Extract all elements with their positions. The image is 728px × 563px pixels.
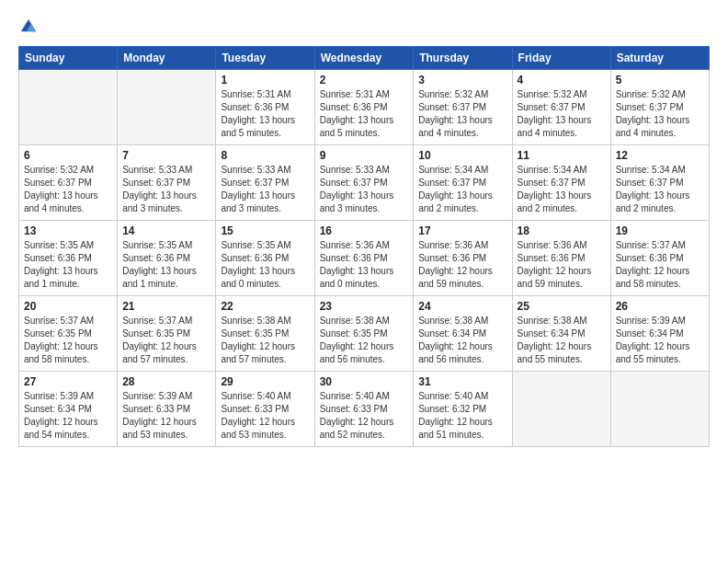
day-number: 26 [616, 300, 704, 313]
page: SundayMondayTuesdayWednesdayThursdayFrid… [0, 0, 728, 563]
weekday-header-friday: Friday [512, 47, 610, 70]
day-number: 24 [418, 300, 506, 313]
day-number: 14 [122, 224, 210, 237]
day-number: 10 [418, 149, 506, 162]
day-cell: 30Sunrise: 5:40 AM Sunset: 6:33 PM Dayli… [314, 372, 414, 447]
day-number: 17 [418, 224, 506, 237]
day-info: Sunrise: 5:38 AM Sunset: 6:34 PM Dayligh… [518, 315, 606, 366]
day-cell: 21Sunrise: 5:37 AM Sunset: 6:35 PM Dayli… [118, 296, 216, 372]
day-cell: 12Sunrise: 5:34 AM Sunset: 6:37 PM Dayli… [610, 145, 709, 221]
day-number: 11 [518, 149, 606, 162]
day-cell: 2Sunrise: 5:31 AM Sunset: 6:36 PM Daylig… [314, 70, 414, 145]
day-info: Sunrise: 5:38 AM Sunset: 6:35 PM Dayligh… [320, 315, 409, 366]
day-number: 12 [616, 149, 704, 162]
day-info: Sunrise: 5:35 AM Sunset: 6:36 PM Dayligh… [24, 239, 112, 291]
day-number: 25 [518, 300, 606, 313]
day-cell: 9Sunrise: 5:33 AM Sunset: 6:37 PM Daylig… [314, 145, 414, 221]
day-cell: 20Sunrise: 5:37 AM Sunset: 6:35 PM Dayli… [19, 296, 118, 372]
day-number: 1 [221, 74, 309, 86]
day-number: 9 [320, 149, 409, 162]
day-number: 18 [518, 224, 606, 237]
day-info: Sunrise: 5:40 AM Sunset: 6:33 PM Dayligh… [320, 390, 409, 442]
day-info: Sunrise: 5:32 AM Sunset: 6:37 PM Dayligh… [518, 88, 606, 140]
day-info: Sunrise: 5:39 AM Sunset: 6:33 PM Dayligh… [122, 390, 210, 442]
day-cell: 19Sunrise: 5:37 AM Sunset: 6:36 PM Dayli… [610, 221, 709, 296]
day-info: Sunrise: 5:36 AM Sunset: 6:36 PM Dayligh… [518, 239, 606, 291]
day-info: Sunrise: 5:36 AM Sunset: 6:36 PM Dayligh… [320, 239, 409, 291]
day-cell: 28Sunrise: 5:39 AM Sunset: 6:33 PM Dayli… [118, 372, 216, 447]
weekday-header-sunday: Sunday [19, 47, 118, 70]
calendar: SundayMondayTuesdayWednesdayThursdayFrid… [18, 46, 710, 447]
day-info: Sunrise: 5:40 AM Sunset: 6:33 PM Dayligh… [221, 390, 309, 442]
logo-icon [18, 17, 39, 37]
day-number: 30 [320, 375, 409, 388]
day-cell: 31Sunrise: 5:40 AM Sunset: 6:32 PM Dayli… [414, 372, 512, 447]
day-cell: 22Sunrise: 5:38 AM Sunset: 6:35 PM Dayli… [216, 296, 314, 372]
day-cell: 5Sunrise: 5:32 AM Sunset: 6:37 PM Daylig… [610, 70, 709, 145]
day-info: Sunrise: 5:38 AM Sunset: 6:35 PM Dayligh… [221, 315, 309, 366]
day-cell: 14Sunrise: 5:35 AM Sunset: 6:36 PM Dayli… [118, 221, 216, 296]
day-cell: 16Sunrise: 5:36 AM Sunset: 6:36 PM Dayli… [314, 221, 414, 296]
day-cell: 29Sunrise: 5:40 AM Sunset: 6:33 PM Dayli… [216, 372, 314, 447]
week-row-4: 20Sunrise: 5:37 AM Sunset: 6:35 PM Dayli… [19, 296, 710, 372]
day-cell: 6Sunrise: 5:32 AM Sunset: 6:37 PM Daylig… [19, 145, 118, 221]
day-cell: 1Sunrise: 5:31 AM Sunset: 6:36 PM Daylig… [216, 70, 314, 145]
day-number: 7 [122, 149, 210, 162]
day-number: 15 [221, 224, 309, 237]
day-info: Sunrise: 5:31 AM Sunset: 6:36 PM Dayligh… [221, 88, 309, 140]
day-number: 3 [418, 74, 506, 86]
day-info: Sunrise: 5:33 AM Sunset: 6:37 PM Dayligh… [320, 164, 409, 215]
day-number: 2 [320, 74, 409, 86]
day-number: 19 [616, 224, 704, 237]
week-row-3: 13Sunrise: 5:35 AM Sunset: 6:36 PM Dayli… [19, 221, 710, 296]
day-number: 27 [24, 375, 112, 388]
day-cell: 7Sunrise: 5:33 AM Sunset: 6:37 PM Daylig… [118, 145, 216, 221]
day-number: 4 [518, 74, 606, 86]
weekday-header-saturday: Saturday [610, 47, 709, 70]
weekday-header-monday: Monday [118, 47, 216, 70]
day-number: 16 [320, 224, 409, 237]
day-cell: 24Sunrise: 5:38 AM Sunset: 6:34 PM Dayli… [414, 296, 512, 372]
header [18, 17, 710, 37]
day-info: Sunrise: 5:32 AM Sunset: 6:37 PM Dayligh… [24, 164, 112, 215]
day-info: Sunrise: 5:35 AM Sunset: 6:36 PM Dayligh… [221, 239, 309, 291]
day-number: 6 [24, 149, 112, 162]
day-info: Sunrise: 5:37 AM Sunset: 6:35 PM Dayligh… [122, 315, 210, 366]
day-info: Sunrise: 5:33 AM Sunset: 6:37 PM Dayligh… [221, 164, 309, 215]
day-cell: 17Sunrise: 5:36 AM Sunset: 6:36 PM Dayli… [414, 221, 512, 296]
day-info: Sunrise: 5:40 AM Sunset: 6:32 PM Dayligh… [418, 390, 506, 442]
week-row-5: 27Sunrise: 5:39 AM Sunset: 6:34 PM Dayli… [19, 372, 710, 447]
day-cell: 15Sunrise: 5:35 AM Sunset: 6:36 PM Dayli… [216, 221, 314, 296]
day-info: Sunrise: 5:37 AM Sunset: 6:36 PM Dayligh… [616, 239, 704, 291]
day-cell: 11Sunrise: 5:34 AM Sunset: 6:37 PM Dayli… [512, 145, 610, 221]
day-number: 20 [24, 300, 112, 313]
weekday-header-wednesday: Wednesday [314, 47, 414, 70]
day-cell: 18Sunrise: 5:36 AM Sunset: 6:36 PM Dayli… [512, 221, 610, 296]
day-info: Sunrise: 5:39 AM Sunset: 6:34 PM Dayligh… [24, 390, 112, 442]
day-cell [19, 70, 118, 145]
day-cell: 27Sunrise: 5:39 AM Sunset: 6:34 PM Dayli… [19, 372, 118, 447]
day-number: 8 [221, 149, 309, 162]
day-info: Sunrise: 5:32 AM Sunset: 6:37 PM Dayligh… [418, 88, 506, 140]
day-cell: 8Sunrise: 5:33 AM Sunset: 6:37 PM Daylig… [216, 145, 314, 221]
day-cell [118, 70, 216, 145]
day-number: 5 [616, 74, 704, 86]
day-cell: 4Sunrise: 5:32 AM Sunset: 6:37 PM Daylig… [512, 70, 610, 145]
day-info: Sunrise: 5:39 AM Sunset: 6:34 PM Dayligh… [616, 315, 704, 366]
day-info: Sunrise: 5:33 AM Sunset: 6:37 PM Dayligh… [122, 164, 210, 215]
weekday-header-tuesday: Tuesday [216, 47, 314, 70]
day-cell [610, 372, 709, 447]
day-number: 21 [122, 300, 210, 313]
day-info: Sunrise: 5:36 AM Sunset: 6:36 PM Dayligh… [418, 239, 506, 291]
day-number: 22 [221, 300, 309, 313]
day-cell: 3Sunrise: 5:32 AM Sunset: 6:37 PM Daylig… [414, 70, 512, 145]
day-number: 28 [122, 375, 210, 388]
logo [18, 17, 42, 37]
day-info: Sunrise: 5:34 AM Sunset: 6:37 PM Dayligh… [616, 164, 704, 215]
day-cell: 13Sunrise: 5:35 AM Sunset: 6:36 PM Dayli… [19, 221, 118, 296]
day-number: 29 [221, 375, 309, 388]
day-cell: 10Sunrise: 5:34 AM Sunset: 6:37 PM Dayli… [414, 145, 512, 221]
day-cell [512, 372, 610, 447]
day-cell: 26Sunrise: 5:39 AM Sunset: 6:34 PM Dayli… [610, 296, 709, 372]
weekday-header-row: SundayMondayTuesdayWednesdayThursdayFrid… [19, 47, 710, 70]
